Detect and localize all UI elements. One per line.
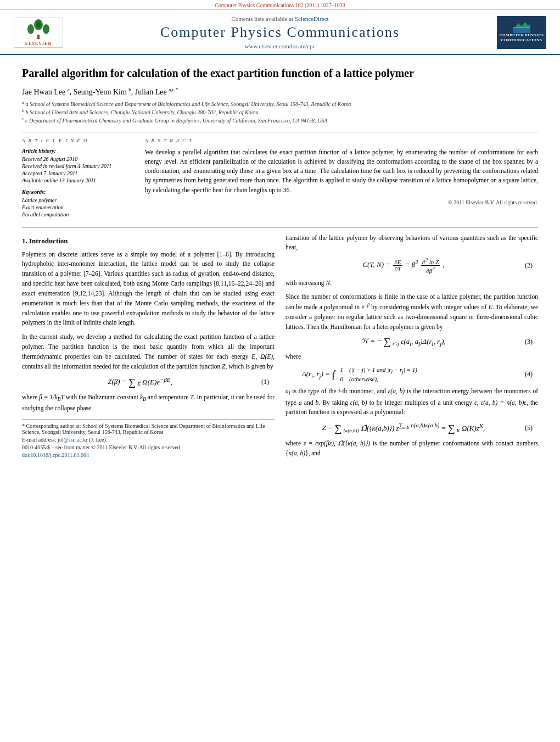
col-left: 1. Introduction Polymers on discrete lat… <box>22 233 275 463</box>
footnote-email: E-mail address: jul@ssu.ac.kr (J. Lee). <box>22 437 275 443</box>
abstract-section: A B S T R A C T We develop a parallel al… <box>145 138 538 219</box>
affiliation-a: a a School of Systems Biomedical Science… <box>22 100 538 107</box>
cpc-logo-text: COMPUTER PHYSICSCOMMUNICATIONS <box>500 33 544 43</box>
body-col1-p1: Polymers on discrete lattices serve as a… <box>22 250 275 328</box>
doi-link[interactable]: doi:10.1016/j.cpc.2011.01.004 <box>22 452 89 458</box>
svg-rect-5 <box>513 27 530 33</box>
elsevier-tree-icon <box>22 19 55 40</box>
article-history-title: Article history: <box>22 148 132 154</box>
body-col1-p2: In the current study, we develop a metho… <box>22 332 275 371</box>
available-date: Available online 13 January 2011 <box>22 177 132 183</box>
journal-url-link[interactable]: www.elsevier.com/locate/cpc <box>245 43 316 49</box>
contents-available: Contents lists available at ScienceDirec… <box>66 15 494 22</box>
cpc-logo-box: COMPUTER PHYSICSCOMMUNICATIONS <box>497 16 546 49</box>
journal-ref-link[interactable]: Computer Physics Communications 182 (201… <box>215 2 345 8</box>
article-info-box: A R T I C L E I N F O Article history: R… <box>22 138 132 219</box>
article-meta: A R T I C L E I N F O Article history: R… <box>22 138 538 219</box>
email-link[interactable]: jul@ssu.ac.kr <box>58 437 88 443</box>
footnote-doi: doi:10.1016/j.cpc.2011.01.004 <box>22 452 275 458</box>
eq2-content: C(T, N) = ∂E ∂T = β2 ∂2 ln Z ∂β2 , <box>291 257 516 274</box>
abstract-text: We develop a parallel algorithm that cal… <box>145 148 538 195</box>
equation-2: C(T, N) = ∂E ∂T = β2 ∂2 ln Z ∂β2 , (2) <box>285 257 538 274</box>
eq1-number: (1) <box>253 378 269 386</box>
equation-3: ℋ = − ∑ i<j ε(ai, aj)Δ(ri, rj), (3) <box>285 336 538 348</box>
svg-point-1 <box>27 24 34 34</box>
keywords-title: Keywords: <box>22 189 132 195</box>
eq5-content: Z = ∑ {κ(a,b)} Ω̂({κ(a,b)}) z∑a,b n(a,b)… <box>291 422 516 434</box>
equation-4: Δ(ri, rj) = { 1 (|i − j| > 1 and |ri − r… <box>285 366 538 382</box>
abstract-title: A B S T R A C T <box>145 138 538 143</box>
eq3-number: (3) <box>516 338 533 346</box>
keyword-2: Exact enumeration <box>22 204 132 210</box>
body-col2-p2: Since the number of conformations is fin… <box>285 292 538 332</box>
col-right: transition of the lattice polymer by obs… <box>285 233 538 463</box>
keyword-1: Lattice polymer <box>22 197 132 203</box>
affiliation-c: c c Department of Pharmaceutical Chemist… <box>22 116 538 124</box>
eq5-number: (5) <box>516 424 533 432</box>
body-col1-eq1-caption: where β = 1/kBT with the Boltzmann const… <box>22 393 275 414</box>
svg-point-2 <box>43 24 49 34</box>
affiliations: a a School of Systems Biomedical Science… <box>22 100 538 124</box>
elsevier-label: ELSEVIER <box>25 41 52 46</box>
paper-title: Parallel algorithm for calculation of th… <box>22 66 538 80</box>
divider-meta <box>22 132 538 132</box>
body-col2-p1: transition of the lattice polymer by obs… <box>285 233 538 253</box>
authors-line: Jae Hwan Lee a, Seung-Yeon Kim b, Julian… <box>22 87 538 97</box>
journal-website: www.elsevier.com/locate/cpc <box>66 43 494 49</box>
section1-heading: 1. Introduction <box>22 237 275 246</box>
equation-1: Z(β) = ∑ E Ω(E)e−βE, (1) <box>22 376 275 388</box>
paper-content: Parallel algorithm for calculation of th… <box>0 55 560 474</box>
equation-5: Z = ∑ {κ(a,b)} Ω̂({κ(a,b)}) z∑a,b n(a,b)… <box>285 422 538 434</box>
received-date: Received 26 August 2010 <box>22 156 132 162</box>
sciencedirect-link[interactable]: ScienceDirect <box>295 15 329 22</box>
revised-date: Received in revised form 4 January 2011 <box>22 163 132 169</box>
footnote-issn: 0010-4655/$ – see front matter © 2011 El… <box>22 444 275 450</box>
accepted-date: Accepted 7 January 2011 <box>22 170 132 176</box>
divider-body <box>22 227 538 228</box>
svg-marker-6 <box>515 22 530 27</box>
cpc-logo-graphic <box>513 22 530 33</box>
affiliation-b: b b School of Liberal Arts and Sciences,… <box>22 108 538 115</box>
eq2-number: (2) <box>516 261 533 270</box>
elsevier-logo-box: ELSEVIER <box>14 18 63 48</box>
journal-header: ELSEVIER Contents lists available at Sci… <box>0 10 560 55</box>
article-info-title: A R T I C L E I N F O <box>22 138 132 143</box>
journal-title: Computer Physics Communications <box>66 24 494 41</box>
journal-logo-right: COMPUTER PHYSICSCOMMUNICATIONS <box>494 16 549 49</box>
two-column-body: 1. Introduction Polymers on discrete lat… <box>22 233 538 463</box>
footnote-area: * Corresponding author at: School of Sys… <box>22 419 275 458</box>
eq4-number: (4) <box>516 370 533 378</box>
copyright-line: © 2011 Elsevier B.V. All rights reserved… <box>145 199 538 205</box>
footnote-star: * Corresponding author at: School of Sys… <box>22 423 275 435</box>
elsevier-logo: ELSEVIER <box>11 18 66 48</box>
body-col2-eq3-where: where <box>285 352 538 362</box>
top-ref-bar: Computer Physics Communications 182 (201… <box>0 0 560 10</box>
eq4-content: Δ(ri, rj) = { 1 (|i − j| > 1 and |ri − r… <box>291 366 516 382</box>
keyword-3: Parallel computation <box>22 211 132 217</box>
journal-center: Contents lists available at ScienceDirec… <box>66 15 494 49</box>
body-col2-p3: ai is the type of the i-th monomer, and … <box>285 387 538 417</box>
body-col2-p4: where z = exp(βε), Ω̂({κ(a, b)}) is the … <box>285 439 538 459</box>
body-col2-eq2-caption: with increasing N. <box>285 278 538 288</box>
eq3-content: ℋ = − ∑ i<j ε(ai, aj)Δ(ri, rj), <box>291 336 516 348</box>
eq1-content: Z(β) = ∑ E Ω(E)e−βE, <box>27 376 253 388</box>
svg-point-4 <box>36 21 41 28</box>
svg-rect-3 <box>37 35 40 39</box>
